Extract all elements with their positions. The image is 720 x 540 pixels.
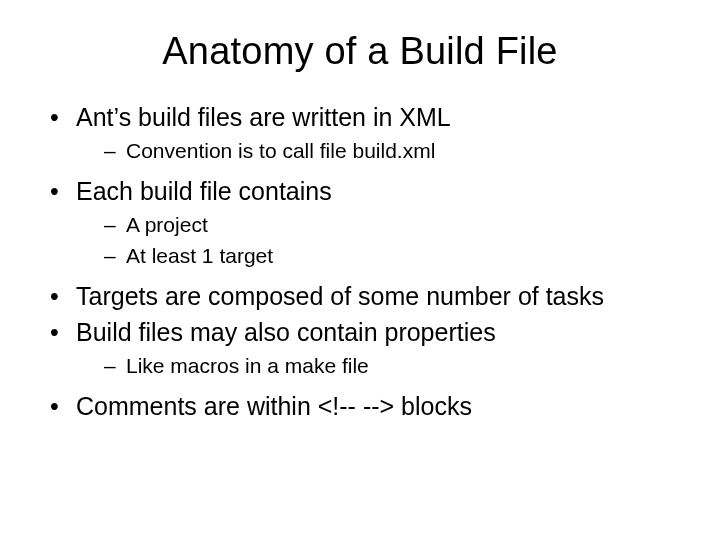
bullet-item: Comments are within <!-- --> blocks	[50, 390, 680, 422]
bullet-text: Each build file contains	[76, 177, 332, 205]
sub-bullet-list: Like macros in a make file	[76, 352, 680, 380]
sub-bullet-item: Convention is to call file build.xml	[104, 137, 680, 165]
bullet-text: Ant’s build files are written in XML	[76, 103, 451, 131]
bullet-item: Targets are composed of some number of t…	[50, 280, 680, 312]
bullet-list: Ant’s build files are written in XML Con…	[40, 101, 680, 422]
sub-bullet-list: A project At least 1 target	[76, 211, 680, 270]
bullet-text: Comments are within <!-- --> blocks	[76, 392, 472, 420]
bullet-item: Ant’s build files are written in XML Con…	[50, 101, 680, 165]
slide-title: Anatomy of a Build File	[40, 30, 680, 73]
sub-bullet-text: At least 1 target	[126, 244, 273, 267]
sub-bullet-item: A project	[104, 211, 680, 239]
sub-bullet-item: Like macros in a make file	[104, 352, 680, 380]
bullet-text: Build files may also contain properties	[76, 318, 496, 346]
bullet-text: Targets are composed of some number of t…	[76, 282, 604, 310]
sub-bullet-text: Convention is to call file build.xml	[126, 139, 435, 162]
sub-bullet-text: Like macros in a make file	[126, 354, 369, 377]
bullet-item: Each build file contains A project At le…	[50, 175, 680, 270]
sub-bullet-item: At least 1 target	[104, 242, 680, 270]
sub-bullet-text: A project	[126, 213, 208, 236]
bullet-item: Build files may also contain properties …	[50, 316, 680, 380]
slide: Anatomy of a Build File Ant’s build file…	[0, 0, 720, 540]
sub-bullet-list: Convention is to call file build.xml	[76, 137, 680, 165]
